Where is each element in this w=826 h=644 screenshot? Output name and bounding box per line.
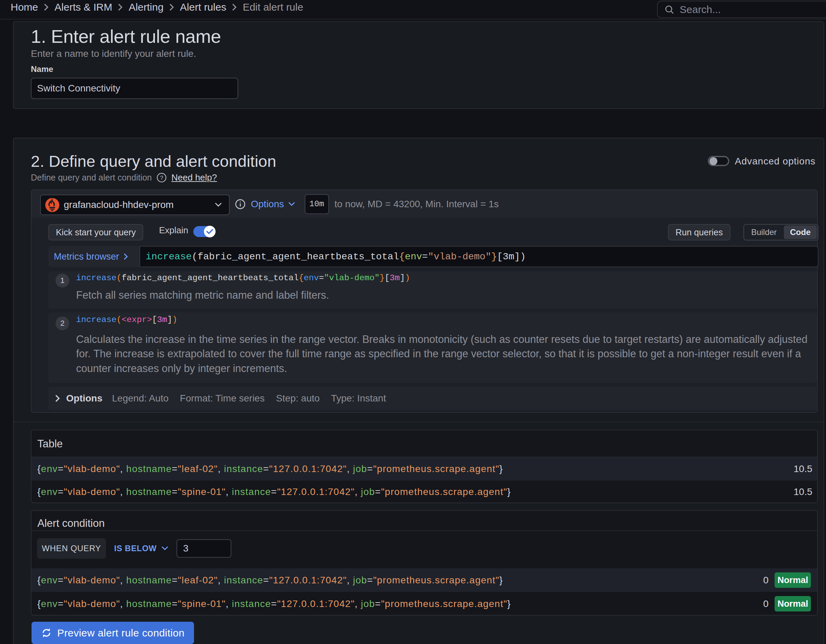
svg-text:?: ? [160, 174, 163, 181]
